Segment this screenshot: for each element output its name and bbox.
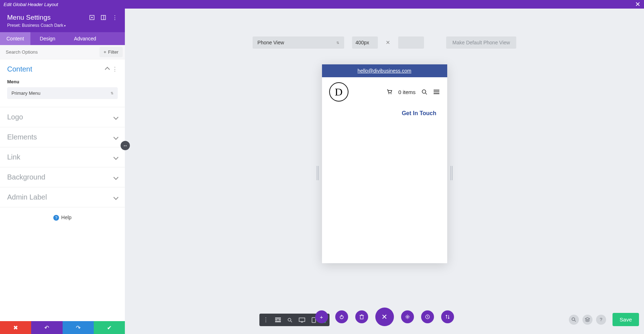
preview-topbar[interactable]: hello@divibusiness.com <box>322 64 447 77</box>
save-button[interactable]: Save <box>613 313 639 326</box>
redo-button[interactable]: ↷ <box>63 321 94 334</box>
panel-content-head[interactable]: Content ⋮ <box>0 59 125 79</box>
discard-button[interactable]: ✖ <box>0 321 31 334</box>
panel-elements-title: Elements <box>7 133 37 141</box>
help-icon[interactable]: ? <box>596 315 606 325</box>
help-link[interactable]: ?Help <box>0 207 125 228</box>
panel-admin-label: Admin Label <box>0 187 125 207</box>
add-button[interactable]: + <box>315 310 328 323</box>
svg-rect-12 <box>275 319 278 320</box>
search-icon[interactable] <box>421 89 427 95</box>
svg-point-6 <box>422 90 426 93</box>
chevron-down-icon <box>114 174 118 181</box>
svg-rect-17 <box>299 318 305 321</box>
chevron-down-icon <box>114 114 118 121</box>
panel-elements: Elements <box>0 127 125 147</box>
preview-resize-right[interactable] <box>450 166 453 180</box>
make-default-button[interactable]: Make Default Phone View <box>446 36 517 49</box>
trash-button[interactable] <box>355 310 368 323</box>
svg-line-16 <box>291 321 292 322</box>
preview-nav: D 0 items <box>322 77 447 107</box>
more-icon[interactable]: ⋮ <box>112 14 118 21</box>
settings-button[interactable] <box>401 310 414 323</box>
panel-link-head[interactable]: Link <box>0 147 125 167</box>
desktop-icon[interactable] <box>299 318 305 323</box>
preview-logo[interactable]: D <box>329 82 348 102</box>
preview-resize-left[interactable] <box>317 166 319 180</box>
svg-rect-23 <box>360 315 363 319</box>
preview-body <box>322 127 447 263</box>
preview-email: hello@divibusiness.com <box>357 68 411 74</box>
panel-link-title: Link <box>7 153 20 161</box>
tab-design[interactable]: Design <box>30 32 65 45</box>
help-icon: ? <box>53 215 59 221</box>
settings-sidebar: Menu Settings ⋮ Preset: Business Coach D… <box>0 9 125 334</box>
cart-icon[interactable] <box>387 89 392 95</box>
plus-icon: + <box>104 49 107 55</box>
canvas-toolbar: Phone View ⇅ ✕ Make Default Phone View <box>125 9 644 49</box>
panel-admin-label-title: Admin Label <box>7 193 47 201</box>
svg-rect-13 <box>278 319 281 320</box>
select-caret-icon: ⇅ <box>111 91 113 95</box>
panel-background: Background <box>0 167 125 187</box>
svg-point-1 <box>91 17 93 18</box>
menu-select-value: Primary Menu <box>11 90 40 96</box>
svg-point-4 <box>389 93 389 94</box>
select-caret-icon: ⇅ <box>336 41 339 45</box>
chevron-down-icon <box>114 134 118 141</box>
layers-icon[interactable] <box>582 315 592 325</box>
panel-logo-head[interactable]: Logo <box>0 107 125 127</box>
height-input[interactable] <box>398 36 424 49</box>
phone-preview: hello@divibusiness.com D 0 items Get In … <box>322 64 447 263</box>
svg-line-7 <box>425 93 427 94</box>
filter-label: Filter <box>108 49 118 55</box>
panel-logo-title: Logo <box>7 113 23 121</box>
view-select[interactable]: Phone View ⇅ <box>253 36 344 49</box>
search-input[interactable] <box>0 45 99 59</box>
builder-actions: + ✕ <box>315 310 454 326</box>
panel-elements-head[interactable]: Elements <box>0 127 125 147</box>
history-button[interactable] <box>421 310 434 323</box>
toolbar-more-icon[interactable]: ⋮ <box>263 316 269 323</box>
preset-selector[interactable]: Preset: Business Coach Dark <box>7 23 118 28</box>
wireframe-icon[interactable] <box>275 318 281 323</box>
preview-canvas: Phone View ⇅ ✕ Make Default Phone View h… <box>125 9 644 334</box>
undo-button[interactable]: ↶ <box>31 321 62 334</box>
panel-icon[interactable] <box>101 15 106 20</box>
preview-cta[interactable]: Get In Touch <box>322 107 447 127</box>
find-icon[interactable] <box>569 315 579 325</box>
more-icon[interactable]: ⋮ <box>112 66 118 73</box>
zoom-icon[interactable] <box>287 318 292 323</box>
hamburger-icon[interactable] <box>433 89 440 95</box>
chevron-down-icon <box>114 154 118 161</box>
sidebar-resize-handle[interactable]: ↔ <box>121 141 130 150</box>
tab-content[interactable]: Content <box>0 32 30 45</box>
help-label: Help <box>61 215 72 220</box>
panel-background-head[interactable]: Background <box>0 167 125 187</box>
width-input[interactable] <box>352 36 378 49</box>
sidebar-header: Menu Settings ⋮ Preset: Business Coach D… <box>0 9 125 32</box>
view-select-value: Phone View <box>258 40 284 45</box>
settings-tabs: Content Design Advanced <box>0 32 125 45</box>
svg-rect-14 <box>275 321 281 322</box>
menu-select[interactable]: Primary Menu ⇅ <box>7 87 118 99</box>
panel-background-title: Background <box>7 173 45 181</box>
close-icon[interactable]: ✕ <box>635 0 640 8</box>
cart-text[interactable]: 0 items <box>398 89 415 95</box>
svg-point-28 <box>572 318 575 321</box>
topbar-title: Edit Global Header Layout <box>4 2 58 7</box>
sort-button[interactable] <box>441 310 454 323</box>
filter-button[interactable]: +Filter <box>99 47 123 57</box>
power-button[interactable] <box>335 310 348 323</box>
sidebar-bottom-actions: ✖ ↶ ↷ ✔ <box>0 321 125 334</box>
close-builder-button[interactable]: ✕ <box>375 308 394 326</box>
svg-rect-11 <box>275 318 281 319</box>
times-icon: ✕ <box>386 39 390 46</box>
apply-button[interactable]: ✔ <box>94 321 125 334</box>
tab-advanced[interactable]: Advanced <box>65 32 106 45</box>
responsive-icon[interactable] <box>89 15 95 20</box>
svg-rect-2 <box>101 15 106 20</box>
chevron-up-icon <box>106 66 109 73</box>
panel-admin-label-head[interactable]: Admin Label <box>0 187 125 207</box>
panel-content-title: Content <box>7 65 32 73</box>
